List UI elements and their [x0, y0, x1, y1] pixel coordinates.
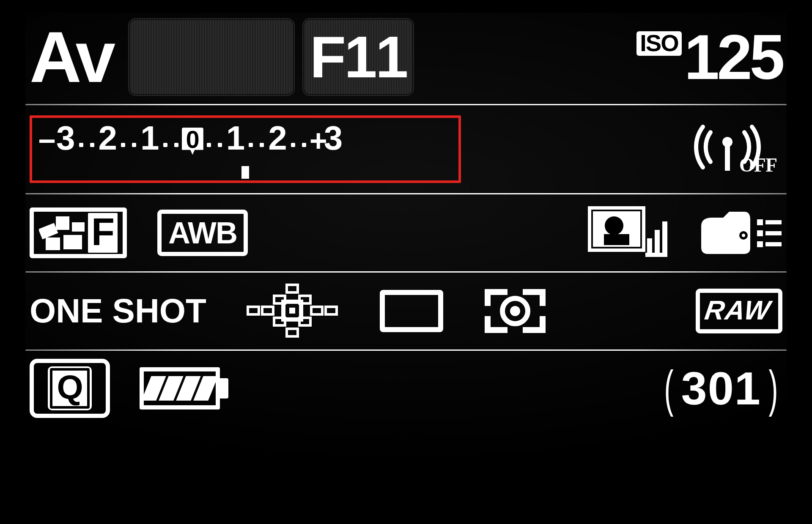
svg-rect-21: [765, 220, 782, 224]
iso-label-icon: ISO: [636, 31, 681, 56]
quick-control-label: Q: [50, 368, 89, 409]
exposure-scale-number: 1: [140, 121, 160, 155]
focus-drive-row: ONE SHOT: [25, 275, 787, 347]
svg-rect-13: [655, 230, 660, 253]
svg-rect-26: [248, 307, 259, 314]
picture-style-icon: [39, 214, 85, 252]
exposure-scale-number: 3: [323, 121, 343, 155]
shots-remaining-value: 301: [681, 361, 762, 415]
wireless-status[interactable]: OFF: [694, 122, 782, 177]
svg-rect-28: [311, 307, 322, 314]
image-quality-label: RAW: [702, 295, 773, 326]
svg-point-10: [605, 216, 623, 235]
wifi-off-icon: OFF: [694, 122, 782, 177]
shots-remaining: ( 301 ): [660, 359, 782, 418]
svg-rect-7: [63, 235, 82, 249]
svg-rect-25: [287, 329, 298, 336]
svg-rect-14: [662, 221, 667, 253]
image-quality-setting[interactable]: RAW: [696, 289, 782, 333]
exposure-row: − 3 2 1 0 1 2 + 3: [25, 108, 787, 191]
exposure-scale-number: 2: [98, 121, 118, 155]
af-point-selection-icon[interactable]: [244, 281, 342, 341]
svg-rect-15: [645, 253, 667, 257]
exposure-indicator-icon: [241, 166, 249, 179]
divider: [25, 271, 787, 273]
exposure-scale-number: 2: [267, 121, 288, 155]
svg-rect-19: [757, 230, 763, 236]
svg-point-0: [722, 137, 732, 147]
svg-rect-5: [72, 222, 85, 232]
exposure-plus-icon: +: [310, 126, 323, 156]
svg-rect-20: [757, 241, 763, 247]
svg-text:OFF: OFF: [739, 154, 777, 176]
exposure-scale-zero-icon: 0: [182, 128, 203, 155]
metering-mode-icon[interactable]: [481, 286, 549, 336]
bracket-left-icon: (: [664, 359, 674, 418]
svg-rect-27: [262, 307, 273, 314]
af-mode-setting[interactable]: ONE SHOT: [30, 292, 206, 330]
svg-rect-11: [604, 234, 629, 245]
picture-style-suffix: F: [88, 213, 118, 253]
camera-settings-icon[interactable]: [698, 207, 782, 258]
svg-rect-29: [326, 307, 337, 314]
white-balance-setting[interactable]: AWB: [157, 210, 248, 256]
picture-style-setting[interactable]: F: [30, 207, 127, 258]
divider: [25, 193, 787, 194]
aperture-field[interactable]: F11: [303, 19, 413, 95]
iso-setting[interactable]: ISO 125: [636, 25, 782, 89]
svg-point-37: [510, 306, 520, 316]
svg-rect-6: [46, 237, 60, 250]
svg-rect-12: [647, 238, 652, 253]
exposure-compensation-scale[interactable]: − 3 2 1 0 1 2 + 3: [30, 115, 461, 183]
svg-point-17: [742, 234, 745, 237]
exposure-minus-icon: −: [38, 126, 55, 156]
shooting-mode: Av: [30, 21, 112, 93]
svg-rect-1: [725, 146, 730, 171]
drive-mode-single-icon[interactable]: [380, 290, 443, 332]
iso-value: 125: [684, 25, 782, 89]
svg-rect-23: [765, 242, 782, 246]
camera-quick-control-screen: Av F11 ISO 125 − 3 2 1 0 1 2 + 3: [25, 13, 787, 511]
svg-rect-22: [765, 231, 782, 235]
svg-rect-4: [56, 216, 69, 230]
exposure-scale-number: 1: [225, 121, 246, 155]
white-balance-label: AWB: [168, 216, 237, 250]
svg-rect-3: [39, 223, 58, 239]
status-row: Q ( 301 ): [25, 353, 787, 423]
svg-rect-35: [289, 308, 295, 314]
battery-level-icon: [140, 367, 228, 409]
svg-rect-18: [757, 219, 763, 225]
svg-rect-24: [287, 285, 298, 292]
exposure-scale-number: 3: [55, 121, 76, 155]
auto-lighting-optimizer-icon[interactable]: [587, 205, 667, 260]
divider: [25, 349, 787, 351]
quick-control-button[interactable]: Q: [30, 359, 110, 418]
image-settings-row: F AWB: [25, 197, 787, 269]
bracket-right-icon: ): [768, 359, 778, 418]
top-settings-row: Av F11 ISO 125: [25, 13, 787, 101]
shutter-speed-field[interactable]: [129, 19, 294, 95]
divider: [25, 104, 787, 105]
